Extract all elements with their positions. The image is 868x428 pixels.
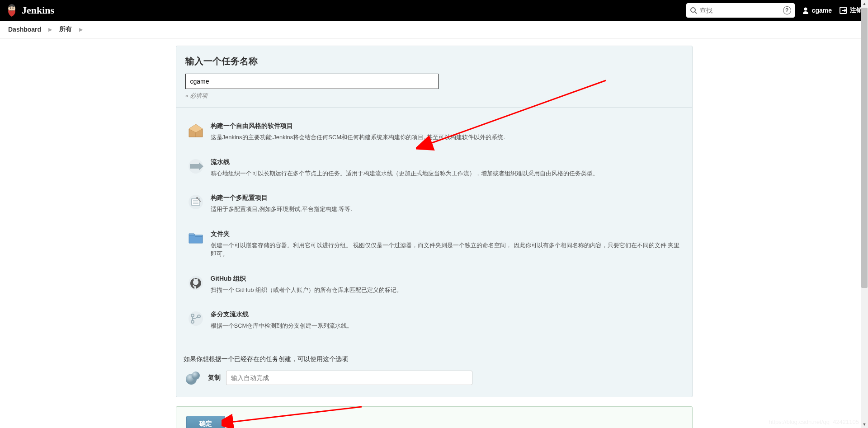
- scroll-down-icon[interactable]: ▼: [861, 421, 868, 428]
- item-title: 流水线: [211, 158, 682, 166]
- user-icon: [802, 7, 809, 14]
- folder-icon: [186, 230, 205, 246]
- item-desc: 创建一个可以嵌套存储的容器。利用它可以进行分组。 视图仅仅是一个过滤器，而文件夹…: [211, 241, 682, 259]
- copy-from-input[interactable]: [226, 371, 472, 385]
- item-title: 构建一个自由风格的软件项目: [211, 122, 682, 130]
- svg-point-17: [196, 197, 198, 199]
- project-type-freestyle[interactable]: 构建一个自由风格的软件项目 这是Jenkins的主要功能.Jenkins将会结合…: [184, 118, 685, 146]
- project-type-github-org[interactable]: GitHub 组织 扫描一个 GitHub 组织（或者个人账户）的所有仓库来匹配…: [184, 271, 685, 298]
- item-desc: 扫描一个 GitHub 组织（或者个人账户）的所有仓库来匹配已定义的标记。: [211, 286, 682, 295]
- svg-point-3: [691, 8, 695, 12]
- project-types-section: 构建一个自由风格的软件项目 这是Jenkins的主要功能.Jenkins将会结合…: [176, 108, 692, 346]
- item-content: 多分支流水线 根据一个SCM仓库中检测到的分支创建一系列流水线。: [211, 310, 682, 330]
- svg-line-4: [695, 12, 697, 14]
- multibranch-icon: [186, 310, 205, 327]
- item-title: GitHub 组织: [211, 275, 682, 283]
- copy-hint: 如果你想根据一个已经存在的任务创建，可以使用这个选项: [184, 355, 685, 363]
- breadcrumb-dashboard[interactable]: Dashboard: [8, 26, 41, 33]
- svg-point-1: [10, 7, 11, 9]
- item-desc: 精心地组织一个可以长期运行在多个节点上的任务。适用于构建流水线（更加正式地应当称…: [211, 169, 682, 178]
- logout-icon: [839, 6, 847, 14]
- project-type-pipeline[interactable]: 流水线 精心地组织一个可以长期运行在多个节点上的任务。适用于构建流水线（更加正式…: [184, 155, 685, 182]
- item-title: 多分支流水线: [211, 310, 682, 319]
- header-right: ? cgame 注销: [686, 3, 863, 18]
- multiconfig-icon: [186, 194, 205, 210]
- submit-section: 确定: [176, 406, 693, 428]
- search-input[interactable]: [686, 3, 795, 18]
- copy-row: 复制: [184, 370, 685, 386]
- ok-button[interactable]: 确定: [186, 416, 225, 428]
- svg-point-5: [804, 8, 807, 11]
- watermark: https://blog.csdn.net/qq_42421105: [769, 419, 859, 425]
- pipeline-icon: [186, 158, 205, 174]
- github-icon: [186, 275, 205, 291]
- item-content: 流水线 精心地组织一个可以长期运行在多个节点上的任务。适用于构建流水线（更加正式…: [211, 158, 682, 178]
- copy-label: 复制: [208, 374, 221, 382]
- scrollbar[interactable]: ▲ ▼: [861, 0, 868, 428]
- project-type-folder[interactable]: 文件夹 创建一个可以嵌套存储的容器。利用它可以进行分组。 视图仅仅是一个过滤器，…: [184, 226, 685, 262]
- breadcrumb: Dashboard ▶ 所有 ▶: [0, 21, 868, 38]
- item-desc: 适用于多配置项目,例如多环境测试,平台指定构建,等等.: [211, 205, 682, 214]
- freestyle-icon: [186, 122, 205, 138]
- copy-icon: [184, 370, 203, 386]
- scroll-thumb[interactable]: [861, 8, 868, 288]
- chevron-right-icon: ▶: [48, 27, 52, 33]
- item-content: GitHub 组织 扫描一个 GitHub 组织（或者个人账户）的所有仓库来匹配…: [211, 275, 682, 295]
- item-content: 文件夹 创建一个可以嵌套存储的容器。利用它可以进行分组。 视图仅仅是一个过滤器，…: [211, 230, 682, 259]
- help-icon[interactable]: ?: [783, 6, 791, 14]
- job-name-input[interactable]: [185, 74, 439, 89]
- search-icon: [690, 7, 697, 14]
- search-box: ?: [686, 3, 795, 18]
- logout-link[interactable]: 注销: [839, 6, 863, 14]
- svg-line-26: [231, 407, 362, 422]
- jenkins-logo-icon: [5, 3, 18, 18]
- svg-point-2: [12, 7, 14, 9]
- name-heading: 输入一个任务名称: [185, 55, 683, 67]
- username-label: cgame: [812, 7, 832, 14]
- annotation-arrow: [222, 402, 366, 428]
- user-link[interactable]: cgame: [802, 7, 832, 14]
- chevron-right-icon: ▶: [79, 27, 83, 33]
- required-hint: » 必填项: [185, 92, 683, 100]
- name-section: 输入一个任务名称 » 必填项: [176, 46, 692, 108]
- item-content: 构建一个自由风格的软件项目 这是Jenkins的主要功能.Jenkins将会结合…: [211, 122, 682, 142]
- new-job-panel: 输入一个任务名称 » 必填项: [176, 46, 693, 397]
- jenkins-title: Jenkins: [22, 5, 54, 16]
- top-header: Jenkins ? cgame 注: [0, 0, 868, 21]
- main-content: 输入一个任务名称 » 必填项: [169, 46, 700, 428]
- scroll-up-icon[interactable]: ▲: [861, 0, 868, 7]
- header-brand[interactable]: Jenkins: [5, 3, 54, 18]
- item-title: 文件夹: [211, 230, 682, 238]
- item-desc: 根据一个SCM仓库中检测到的分支创建一系列流水线。: [211, 321, 682, 330]
- item-title: 构建一个多配置项目: [211, 194, 682, 202]
- breadcrumb-all[interactable]: 所有: [59, 25, 72, 33]
- project-type-multiconfig[interactable]: 构建一个多配置项目 适用于多配置项目,例如多环境测试,平台指定构建,等等.: [184, 190, 685, 217]
- svg-point-19: [189, 311, 203, 326]
- item-desc: 这是Jenkins的主要功能.Jenkins将会结合任何SCM和任何构建系统来构…: [211, 133, 682, 142]
- copy-from-section: 如果你想根据一个已经存在的任务创建，可以使用这个选项 复制: [176, 346, 692, 397]
- item-content: 构建一个多配置项目 适用于多配置项目,例如多环境测试,平台指定构建,等等.: [211, 194, 682, 214]
- project-type-multibranch[interactable]: 多分支流水线 根据一个SCM仓库中检测到的分支创建一系列流水线。: [184, 307, 685, 334]
- svg-point-24: [192, 372, 200, 380]
